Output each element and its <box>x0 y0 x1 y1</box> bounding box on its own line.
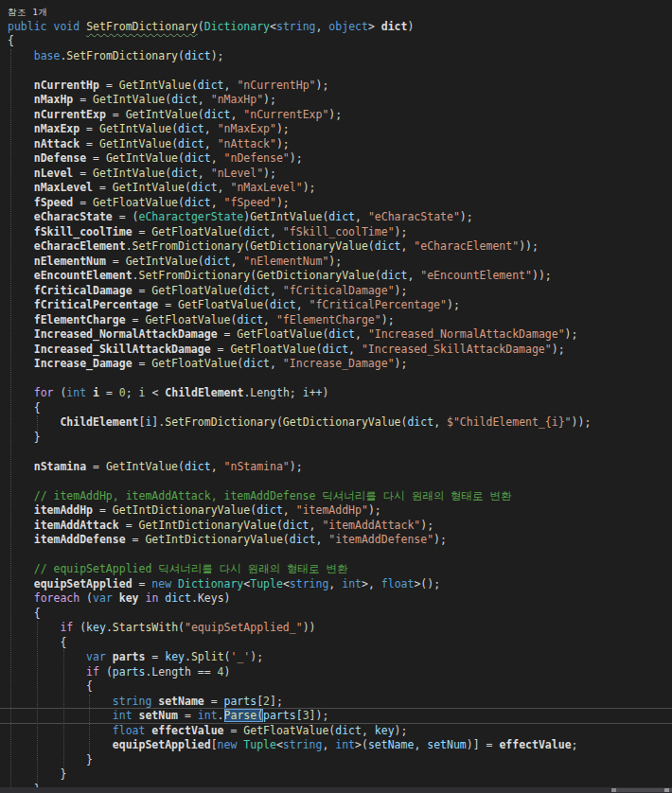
code-token: nStamina <box>34 460 86 473</box>
code-line[interactable]: for (int i = 0; i < ChildElement.Length;… <box>8 386 672 401</box>
code-line[interactable] <box>8 63 672 79</box>
code-line[interactable]: var parts = key.Split('_'); <box>8 650 672 665</box>
code-line[interactable]: nMaxHp = GetIntValue(dict, "nMaxHp"); <box>8 93 672 108</box>
code-line[interactable]: itemAddAttack = GetIntDictionaryValue(di… <box>8 519 672 534</box>
code-token: GetDictionaryValue <box>250 239 368 253</box>
code-line[interactable]: int setNum = int.Parse(parts[3]); <box>8 709 672 724</box>
code-token: , <box>198 167 211 180</box>
code-line[interactable]: { <box>8 401 672 416</box>
code-token: Increased_SkillAttackDamage <box>34 343 211 356</box>
code-token: "Increased_NormalAttackDamage" <box>368 327 565 341</box>
code-token: GetIntValue <box>250 210 322 223</box>
code-token: GetFloatValue <box>151 357 237 370</box>
code-line[interactable]: eCharacState = (eCharactgerState)GetIntV… <box>8 210 672 225</box>
code-token: parts <box>113 650 146 663</box>
code-token: = <box>86 460 106 473</box>
code-line[interactable]: eCharacElement.SetFromDictionary(GetDict… <box>8 239 672 255</box>
code-line[interactable]: string setName = parts[2]; <box>8 695 672 710</box>
code-token: ( <box>185 181 191 194</box>
code-line[interactable]: nLevel = GetIntValue(dict, "nLevel"); <box>8 167 672 182</box>
code-token: ); <box>276 196 290 209</box>
code-token: dict <box>185 49 211 62</box>
code-token: = <box>133 357 152 370</box>
code-line[interactable]: foreach (var key in dict.Keys) <box>8 591 672 607</box>
code-line[interactable]: nAttack = GetIntValue(dict, "nAttack"); <box>8 137 672 152</box>
horizontal-scrollbar[interactable] <box>0 787 672 793</box>
horizontal-scrollbar-thumb[interactable] <box>611 788 672 792</box>
code-token: dict <box>270 298 296 311</box>
code-token: "nAttack" <box>218 137 276 150</box>
code-token: 2 <box>263 695 270 708</box>
code-line[interactable]: Increase_Damage = GetFloatValue(dict, "I… <box>8 357 672 372</box>
code-line[interactable] <box>8 474 672 489</box>
code-line[interactable]: fCriticalPercentage = GetFloatValue(dict… <box>8 298 672 313</box>
code-line[interactable]: fElementCharge = GetFloatValue(dict, "fE… <box>8 313 672 328</box>
code-token: , <box>414 738 427 751</box>
code-line[interactable]: } <box>8 767 672 783</box>
code-token: SetFromDictionary <box>66 49 178 62</box>
code-token: "fCriticalPercentage" <box>309 298 447 311</box>
code-token: for <box>34 386 54 399</box>
codelens-references[interactable]: 참조 1개 <box>8 5 672 20</box>
code-token: , <box>328 577 342 590</box>
code-token: = <box>106 255 126 268</box>
code-token: "itemAddAttack" <box>322 519 420 532</box>
code-token: ( <box>178 460 185 473</box>
code-line[interactable]: // itemAddHp, itemAddAttack, itemAddDefe… <box>8 489 672 504</box>
code-token: GetIntValue <box>106 460 178 473</box>
code-line[interactable]: { <box>8 607 672 622</box>
code-line[interactable]: if (parts.Length == 4) <box>8 665 672 680</box>
code-line[interactable]: float effectValue = GetFloatValue(dict, … <box>8 724 672 739</box>
code-token: , <box>296 298 309 311</box>
code-line[interactable]: eEncountElement.SetFromDictionary(GetDic… <box>8 269 672 284</box>
code-line[interactable] <box>8 372 672 387</box>
code-line[interactable] <box>8 445 672 460</box>
code-line[interactable]: base.SetFromDictionary(dict); <box>8 49 672 64</box>
code-line[interactable]: public void SetFromDictionary(Dictionary… <box>8 20 672 35</box>
code-token: effectValue <box>151 724 223 737</box>
code-token: int <box>113 709 133 722</box>
code-token: , <box>400 239 414 253</box>
code-line[interactable]: equipSetApplied[new Tuple<string, int>(s… <box>8 738 672 753</box>
code-line[interactable]: { <box>8 636 672 651</box>
code-token <box>8 327 34 341</box>
code-line[interactable]: nMaxExp = GetIntValue(dict, "nMaxExp"); <box>8 122 672 137</box>
code-token: < <box>276 738 283 751</box>
code-line[interactable]: if (key.StartsWith("equipSetApplied_")) <box>8 621 672 636</box>
code-line[interactable]: fSpeed = GetFloatValue(dict, "fSpeed"); <box>8 196 672 211</box>
code-token: ); <box>395 284 408 297</box>
code-line[interactable]: Increased_SkillAttackDamage = GetFloatVa… <box>8 343 672 358</box>
code-line[interactable]: itemAddDefense = GetIntDictionaryValue(d… <box>8 533 672 548</box>
code-token: dict <box>185 151 211 165</box>
code-line[interactable]: } <box>8 431 672 446</box>
code-line[interactable]: fSkill_coolTime = GetFloatValue(dict, "f… <box>8 225 672 240</box>
code-line[interactable]: itemAddHp = GetIntDictionaryValue(dict, … <box>8 503 672 519</box>
code-line[interactable]: nCurrentHp = GetIntValue(dict, "nCurrent… <box>8 79 672 94</box>
code-token: int <box>66 386 86 399</box>
code-line[interactable]: { <box>8 679 672 695</box>
code-token: dict <box>243 225 270 238</box>
code-line[interactable] <box>8 548 672 563</box>
code-token: Split <box>191 650 224 663</box>
code-token: eCharacState <box>34 210 113 223</box>
code-line[interactable]: fCriticalDamage = GetFloatValue(dict, "f… <box>8 284 672 299</box>
code-line[interactable]: // equipSetApplied 딕셔너리를 다시 원래의 형태로 변환 <box>8 562 672 577</box>
code-line[interactable]: { <box>8 34 672 49</box>
code-token: ); <box>447 298 460 311</box>
code-token <box>8 298 34 311</box>
code-token: StartsWith <box>113 621 178 634</box>
code-line[interactable]: nCurrentExp = GetIntValue(dict, "nCurren… <box>8 108 672 123</box>
code-line[interactable]: equipSetApplied = new Dictionary<Tuple<s… <box>8 577 672 592</box>
code-line[interactable]: } <box>8 753 672 768</box>
code-token: = <box>145 650 165 663</box>
code-line[interactable]: nMaxLevel = GetIntValue(dict, "nMaxLevel… <box>8 181 672 196</box>
code-line[interactable]: nElementNum = GetIntValue(dict, "nElemen… <box>8 255 672 270</box>
code-token: fCriticalPercentage <box>34 298 159 311</box>
code-token: ( <box>224 650 231 663</box>
code-token: base <box>34 49 61 62</box>
code-line[interactable]: nStamina = GetIntValue(dict, "nStamina")… <box>8 460 672 475</box>
code-line[interactable]: ChildElement[i].SetFromDictionary(GetDic… <box>8 415 672 431</box>
code-token: , <box>218 181 231 194</box>
code-line[interactable]: nDefense = GetIntValue(dict, "nDefense")… <box>8 151 672 167</box>
code-line[interactable]: Increased_NormalAttackDamage = GetFloatV… <box>8 327 672 343</box>
